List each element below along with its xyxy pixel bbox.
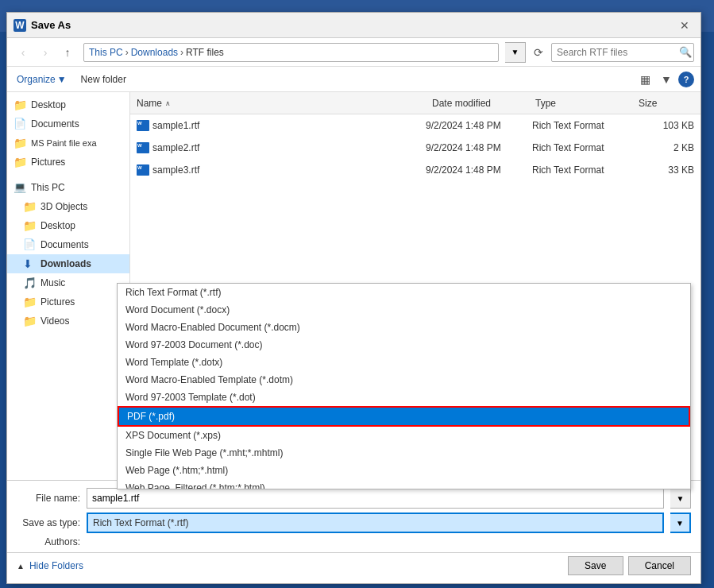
- bottom-actions: ▲ Hide Folders Save Cancel: [7, 552, 700, 578]
- breadcrumb[interactable]: This PC › Downloads › RTF files: [83, 43, 499, 62]
- cancel-button[interactable]: Cancel: [628, 556, 691, 575]
- file-name: sample3.rtf: [152, 164, 423, 176]
- dropdown-option[interactable]: Web Page (*.htm;*.html): [118, 462, 690, 479]
- file-name-dropdown-btn[interactable]: ▼: [670, 488, 691, 509]
- rtf-icon: [137, 142, 149, 153]
- dropdown-option[interactable]: Word Macro-Enabled Template (*.dotm): [118, 371, 690, 389]
- sidebar-item-ms-paint[interactable]: 📁 MS Paint file exa: [7, 133, 129, 153]
- file-date: 9/2/2024 1:48 PM: [426, 142, 529, 153]
- col-date-header[interactable]: Date modified: [432, 98, 535, 109]
- dropdown-option[interactable]: Word 97-2003 Document (*.doc): [118, 336, 690, 354]
- file-size: 2 KB: [639, 142, 694, 153]
- col-type-header[interactable]: Type: [535, 98, 639, 109]
- sidebar-item-documents[interactable]: 📄 Documents: [7, 114, 129, 133]
- view-btn[interactable]: ▦: [635, 70, 654, 89]
- hide-folders-label[interactable]: Hide Folders: [29, 560, 83, 571]
- col-name-header[interactable]: Name ∧: [137, 98, 432, 109]
- view-dropdown-btn[interactable]: ▼: [661, 70, 672, 89]
- col-size-header[interactable]: Size: [639, 98, 694, 109]
- file-type: Rich Text Format: [532, 120, 635, 131]
- search-input[interactable]: [557, 47, 676, 58]
- file-type: Rich Text Format: [532, 142, 635, 153]
- pc-icon: 💻: [14, 181, 26, 194]
- dialog-icon: W: [14, 19, 26, 32]
- sidebar-label: Documents: [31, 118, 79, 130]
- sidebar-item-pictures2[interactable]: 📁 Pictures: [7, 292, 129, 311]
- dropdown-option[interactable]: Rich Text Format (*.rtf): [118, 284, 690, 301]
- refresh-btn[interactable]: ⟳: [529, 43, 548, 62]
- file-name-input[interactable]: [87, 488, 664, 509]
- folder-icon: 📁: [14, 156, 26, 168]
- sidebar-item-3d-objects[interactable]: 📁 3D Objects: [7, 197, 129, 216]
- file-date: 9/2/2024 1:48 PM: [426, 120, 529, 131]
- breadcrumb-sep1: ›: [125, 47, 129, 58]
- sidebar-label: Music: [41, 277, 65, 288]
- sidebar-divider: [7, 172, 129, 178]
- search-box[interactable]: 🔍: [551, 43, 694, 62]
- breadcrumb-downloads[interactable]: Downloads: [131, 47, 178, 58]
- rtf-icon: [137, 164, 149, 176]
- save-as-type-row: Save as type: Rich Text Format (*.rtf) ▼: [7, 511, 700, 535]
- dropdown-option-pdf[interactable]: PDF (*.pdf): [118, 406, 690, 427]
- breadcrumb-current: RTF files: [186, 47, 224, 58]
- organize-btn[interactable]: Organize ▼: [14, 72, 70, 87]
- sidebar-label: 3D Objects: [41, 201, 87, 212]
- sidebar-item-pictures[interactable]: 📁 Pictures: [7, 153, 129, 172]
- sort-arrow: ∧: [165, 99, 171, 107]
- file-size: 103 KB: [639, 120, 694, 131]
- file-type: Rich Text Format: [532, 164, 635, 176]
- sidebar-item-videos[interactable]: 📁 Videos: [7, 311, 129, 331]
- file-date: 9/2/2024 1:48 PM: [426, 164, 529, 176]
- help-btn[interactable]: ?: [678, 72, 694, 87]
- save-as-type-dropdown: Rich Text Format (*.rtf) Word Document (…: [117, 283, 691, 489]
- sidebar-item-documents2[interactable]: 📄 Documents: [7, 235, 129, 254]
- search-icon: 🔍: [679, 46, 692, 58]
- folder-icon: 📁: [23, 296, 36, 308]
- breadcrumb-this-pc[interactable]: This PC: [89, 47, 123, 58]
- dropdown-option[interactable]: Word Macro-Enabled Document (*.docm): [118, 319, 690, 336]
- dropdown-option[interactable]: Word 97-2003 Template (*.dot): [118, 389, 690, 406]
- doc-icon: 📄: [14, 118, 26, 130]
- sidebar-item-desktop2[interactable]: 📁 Desktop: [7, 216, 129, 235]
- toolbar-row2: Organize ▼ New folder ▦ ▼ ?: [7, 67, 700, 92]
- sidebar-item-downloads[interactable]: ⬇ Downloads: [7, 254, 129, 273]
- folder-icon: 📁: [14, 99, 26, 111]
- sidebar-label: Downloads: [41, 258, 91, 269]
- breadcrumb-sep2: ›: [180, 47, 183, 58]
- sidebar-item-this-pc[interactable]: 💻 This PC: [7, 178, 129, 197]
- sidebar-label: MS Paint file exa: [31, 138, 97, 148]
- sidebar-label: Desktop: [41, 220, 75, 231]
- back-btn[interactable]: ‹: [14, 43, 33, 62]
- dropdown-option[interactable]: Single File Web Page (*.mht;*.mhtml): [118, 444, 690, 462]
- save-as-type-label: Save as type:: [17, 517, 80, 528]
- dropdown-option[interactable]: Word Template (*.dotx): [118, 354, 690, 371]
- forward-btn[interactable]: ›: [36, 43, 55, 62]
- dialog-titlebar: W Save As ✕: [7, 13, 700, 38]
- save-as-dialog: W Save As ✕ ‹ › ↑ This PC › Downloads › …: [6, 12, 701, 584]
- dialog-close-btn[interactable]: ✕: [675, 16, 694, 35]
- up-btn[interactable]: ↑: [58, 43, 77, 62]
- save-as-type-select[interactable]: Rich Text Format (*.rtf): [87, 513, 664, 533]
- breadcrumb-dropdown-btn[interactable]: ▼: [505, 42, 526, 63]
- file-name: sample2.rtf: [152, 142, 423, 153]
- new-folder-btn[interactable]: New folder: [76, 72, 131, 87]
- authors-label: Authors:: [17, 536, 80, 547]
- folder-icon: 📁: [23, 200, 36, 213]
- toolbar-row: ‹ › ↑ This PC › Downloads › RTF files ▼ …: [7, 38, 700, 67]
- folder-icon: 🎵: [23, 277, 36, 289]
- table-row[interactable]: sample2.rtf 9/2/2024 1:48 PM Rich Text F…: [130, 137, 700, 159]
- dropdown-option[interactable]: Web Page, Filtered (*.htm;*.html): [118, 479, 690, 489]
- dropdown-option[interactable]: Word Document (*.docx): [118, 301, 690, 319]
- sidebar-label: Pictures: [31, 157, 65, 168]
- sidebar-item-music[interactable]: 🎵 Music: [7, 273, 129, 292]
- save-as-type-arrow[interactable]: ▼: [670, 513, 691, 533]
- sidebar-item-desktop[interactable]: 📁 Desktop: [7, 95, 129, 114]
- save-button[interactable]: Save: [568, 556, 623, 575]
- sidebar: 📁 Desktop 📄 Documents 📁 MS Paint file ex…: [7, 92, 130, 480]
- sidebar-label: Pictures: [41, 296, 75, 308]
- table-row[interactable]: sample1.rtf 9/2/2024 1:48 PM Rich Text F…: [130, 114, 700, 137]
- sidebar-label: Desktop: [31, 99, 66, 110]
- dropdown-option[interactable]: XPS Document (*.xps): [118, 427, 690, 444]
- dialog-title: Save As: [31, 19, 675, 31]
- table-row[interactable]: sample3.rtf 9/2/2024 1:48 PM Rich Text F…: [130, 159, 700, 181]
